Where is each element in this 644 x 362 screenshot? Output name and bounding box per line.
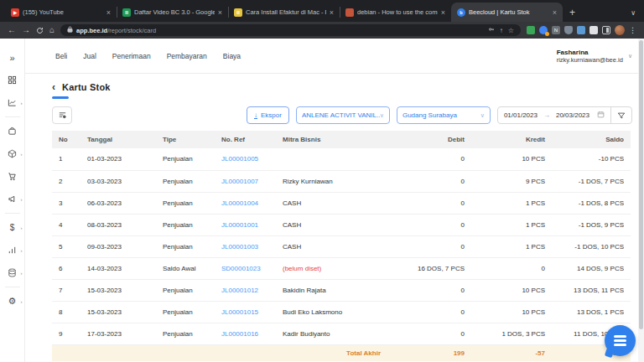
browser-tab[interactable]: ≣Daftar Video BC 3.0 - Google S× <box>117 3 228 22</box>
nav-item-beli[interactable]: Beli <box>55 52 67 60</box>
ref-link[interactable]: SD00001023 <box>221 265 261 272</box>
date-range-picker[interactable]: 01/01/2023 → 20/03/2023 <box>497 106 632 124</box>
extension-translate-icon[interactable] <box>539 26 548 34</box>
user-email: rizky.kurniawan@bee.id <box>557 56 623 64</box>
profile-avatar[interactable] <box>615 25 625 35</box>
cell-no-ref: JL00001016 <box>215 323 276 344</box>
date-start-input[interactable]: 01/01/2023 <box>498 111 543 119</box>
cell-no-ref: JL00001012 <box>215 279 276 301</box>
extension-leaf-icon[interactable] <box>527 26 535 34</box>
ref-link[interactable]: JL00001003 <box>221 243 258 251</box>
browser-tab[interactable]: ▶(155) YouTube× <box>5 3 117 22</box>
total-kredit: -57 <box>471 344 552 361</box>
extension-shield-icon[interactable] <box>564 26 573 34</box>
pos-bag-icon[interactable] <box>0 120 25 142</box>
cell-mitra-bisnis <box>276 148 387 170</box>
beecloud-icon: b <box>457 8 465 17</box>
cell-no: 8 <box>52 301 80 323</box>
warehouse-select[interactable]: Gudang Surabaya ∨ <box>397 106 491 124</box>
cell-no: 6 <box>52 257 80 279</box>
tab-title: (155) YouTube <box>23 8 103 16</box>
page-scrollbar[interactable] <box>638 39 644 362</box>
tab-close-icon[interactable]: × <box>330 8 334 17</box>
ref-link[interactable]: JL00001005 <box>221 155 258 163</box>
nav-item-biaya[interactable]: Biaya <box>223 52 241 60</box>
column-settings-button[interactable] <box>52 106 72 124</box>
product-select[interactable]: ANLENE ACTIVIT VANIL... ∨ <box>296 106 390 124</box>
dashboard-grid-icon[interactable] <box>0 69 25 91</box>
password-key-icon[interactable] <box>488 26 495 34</box>
forward-nav-icon[interactable]: → <box>22 26 30 34</box>
finance-dollar-icon[interactable]: $ › <box>0 216 25 239</box>
tab-close-icon[interactable]: × <box>553 8 557 17</box>
ref-link[interactable]: JL00001004 <box>221 199 258 207</box>
reports-chart-icon[interactable]: › <box>0 91 25 114</box>
tab-close-icon[interactable]: × <box>106 8 111 17</box>
date-end-input[interactable]: 20/03/2023 <box>550 111 595 119</box>
ref-link[interactable]: JL00001016 <box>221 330 258 338</box>
analytics-bars-icon[interactable]: › <box>0 239 25 261</box>
sidebar-divider <box>5 287 20 287</box>
extension-n-icon[interactable]: N <box>552 26 560 34</box>
ref-link[interactable]: JL00001007 <box>221 178 258 185</box>
cell-mitra-bisnis: Kadir Budiyanto <box>276 323 387 344</box>
cell-debit: 16 DOS, 7 PCS <box>387 257 471 279</box>
export-button[interactable]: ↓ Ekspor <box>247 106 289 124</box>
cell-tanggal: 09-03-2023 <box>80 235 156 257</box>
cell-saldo: -1 DOS, 8 PCS <box>552 192 631 214</box>
efaktur-doc-icon: ≣ <box>234 8 242 17</box>
ref-link[interactable]: JL00001001 <box>221 221 258 229</box>
share-icon[interactable]: ↑ <box>500 27 503 34</box>
beecloud-app: » › <box>0 39 644 362</box>
cell-kredit: 1 DOS, 3 PCS <box>471 323 552 344</box>
nav-item-penerimaan[interactable]: Penerimaan <box>112 52 151 60</box>
table-row: 101-03-2023PenjualanJL00001005010 PCS-10… <box>52 148 631 170</box>
tab-search-caret-icon[interactable]: ∨ <box>631 9 636 17</box>
reload-icon[interactable] <box>36 27 44 34</box>
cell-debit: 0 <box>387 148 471 170</box>
table-header: NoTanggalTipeNo. RefMitra BisnisDebitKre… <box>52 131 631 148</box>
filter-funnel-button[interactable] <box>611 106 631 124</box>
expand-double-chevron-icon[interactable]: » <box>0 46 25 69</box>
address-bar[interactable]: app.bee.id/report/stock/card ↑ ☆ <box>60 24 521 36</box>
bookmark-star-icon[interactable]: ☆ <box>508 27 514 34</box>
total-empty-cell <box>215 344 276 361</box>
stock-card-table: NoTanggalTipeNo. RefMitra BisnisDebitKre… <box>52 131 631 361</box>
cell-debit: 0 <box>387 323 471 344</box>
back-nav-icon[interactable]: ← <box>8 26 16 34</box>
column-header: Tanggal <box>80 131 156 148</box>
browser-tab[interactable]: bBeecloud | Kartu Stok× <box>451 3 563 22</box>
new-tab-button[interactable]: + <box>569 7 575 18</box>
purchases-cart-icon[interactable] <box>0 165 25 188</box>
menu-kebab-icon[interactable]: ⋮ <box>629 26 636 34</box>
cell-mitra-bisnis: CASH <box>276 214 387 235</box>
cell-debit: 0 <box>387 235 471 257</box>
chat-widget-button[interactable] <box>605 325 636 356</box>
download-icon: ↓ <box>254 112 257 119</box>
ref-link[interactable]: JL00001015 <box>221 308 258 316</box>
tab-close-icon[interactable]: × <box>441 8 445 17</box>
browser-tab-strip: ▶(155) YouTube×≣Daftar Video BC 3.0 - Go… <box>0 0 644 22</box>
chevron-right-icon: › <box>21 271 23 276</box>
user-menu[interactable]: Fasharina rizky.kurniawan@bee.id ∨ <box>557 49 632 64</box>
extension-reader-icon[interactable] <box>577 26 585 34</box>
back-button[interactable]: ‹ <box>52 81 55 93</box>
scrollbar-thumb[interactable] <box>639 40 643 329</box>
settings-gear-icon[interactable]: ⚙ › <box>0 290 25 313</box>
extensions-puzzle-icon[interactable] <box>589 26 598 34</box>
side-panel-icon[interactable] <box>602 26 610 34</box>
ref-link[interactable]: JL00001012 <box>221 287 258 294</box>
cell-tipe: Penjualan <box>156 148 215 170</box>
browser-tab[interactable]: debian - How to use the comm× <box>340 3 451 22</box>
browser-tab[interactable]: ≣Cara Install Efaktur di Mac - Bl× <box>228 3 340 22</box>
cell-mitra-bisnis: Budi Eko Laksmono <box>276 301 387 323</box>
nav-item-jual[interactable]: Jual <box>83 52 96 60</box>
database-icon[interactable]: › <box>0 261 25 284</box>
column-header: Mitra Bisnis <box>276 131 387 148</box>
marketing-megaphone-icon[interactable]: › <box>0 188 25 210</box>
inventory-cube-icon[interactable]: › <box>0 142 25 165</box>
column-header: No <box>52 131 80 148</box>
home-icon[interactable]: ⌂ <box>49 26 55 34</box>
nav-item-pembayaran[interactable]: Pembayaran <box>167 52 207 60</box>
tab-close-icon[interactable]: × <box>218 8 222 17</box>
